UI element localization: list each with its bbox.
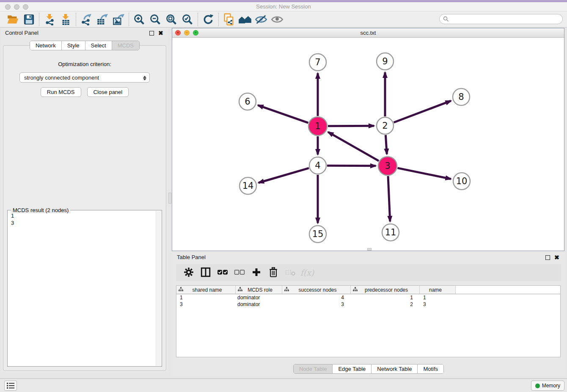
node-3[interactable]: 3 <box>378 157 397 175</box>
edge-3-10[interactable] <box>398 168 451 179</box>
edge-1-6[interactable] <box>258 105 308 123</box>
zoom-selected-button[interactable] <box>179 13 195 26</box>
task-history-button[interactable] <box>4 381 17 391</box>
node-11[interactable]: 11 <box>382 224 399 241</box>
tab-style[interactable]: Style <box>62 41 85 50</box>
node-9[interactable]: 9 <box>377 53 394 70</box>
zoom-fit-button[interactable] <box>163 13 179 26</box>
node-15[interactable]: 15 <box>309 226 326 243</box>
run-mcds-button[interactable]: Run MCDS <box>41 87 81 97</box>
cell-predecessor-nodes: 2 <box>351 301 420 308</box>
node-label: 14 <box>242 181 254 191</box>
table-row[interactable]: 3dominator323 <box>176 301 560 308</box>
export-network-icon <box>80 14 93 25</box>
node-2[interactable]: 2 <box>377 117 394 134</box>
column-header-successor-nodes[interactable]: successor nodes <box>282 286 351 294</box>
node-table[interactable]: shared nameMCDS rolesuccessor nodesprede… <box>176 285 561 357</box>
float-table-panel-icon[interactable] <box>545 255 550 260</box>
first-neighbors-button[interactable] <box>237 13 253 26</box>
column-header-name[interactable]: name <box>420 286 456 294</box>
save-session-button[interactable] <box>21 13 37 26</box>
node-4[interactable]: 4 <box>309 157 326 174</box>
table-panel: Table Panel ✖ f(x) shared nameMCDS roles… <box>172 252 565 376</box>
tab-edge-table[interactable]: Edge Table <box>333 364 372 373</box>
criterion-value: strongly connected component <box>24 75 99 81</box>
toolbar-group <box>198 13 218 26</box>
column-header-MCDS-role[interactable]: MCDS role <box>236 286 282 294</box>
column-header-shared-name[interactable]: shared name <box>176 286 236 294</box>
network-window-titlebar[interactable]: × − + scc.txt <box>172 28 564 38</box>
export-image-button[interactable] <box>110 13 127 26</box>
result-line: 3 <box>11 219 158 226</box>
add-entry-button[interactable] <box>249 265 264 280</box>
table-row[interactable]: 1dominator411 <box>176 294 560 301</box>
search-box[interactable] <box>439 14 563 24</box>
refresh-view-button[interactable] <box>200 13 216 26</box>
split-columns-button[interactable] <box>198 265 213 280</box>
cell-name: 1 <box>420 294 456 301</box>
edge-3-1[interactable] <box>328 132 379 161</box>
open-file-button[interactable] <box>5 13 21 26</box>
gear-button[interactable] <box>181 265 196 280</box>
control-panel-title: Control Panel <box>5 30 39 36</box>
zoom-in-button[interactable] <box>131 13 147 26</box>
select-all-checks-icon <box>217 268 228 278</box>
first-neighbors-icon <box>238 14 252 25</box>
export-table-button[interactable] <box>94 13 110 26</box>
edge-2-8[interactable] <box>394 101 451 122</box>
tab-select[interactable]: Select <box>85 41 112 50</box>
search-input[interactable] <box>449 16 562 22</box>
edge-1-2[interactable] <box>328 126 374 126</box>
delete-column-icon <box>285 268 296 278</box>
import-network-button[interactable] <box>41 13 58 26</box>
node-10[interactable]: 10 <box>453 173 470 190</box>
edge-4-14[interactable] <box>259 168 309 183</box>
export-network-button[interactable] <box>78 13 94 26</box>
show-all-button[interactable] <box>269 13 285 26</box>
delete-entry-button[interactable] <box>266 265 281 280</box>
show-all-icon <box>271 14 284 25</box>
deselect-checks-button[interactable] <box>232 265 247 280</box>
close-panel-button[interactable]: Close panel <box>87 87 129 97</box>
tab-network[interactable]: Network <box>30 41 62 50</box>
edge-2-3[interactable] <box>385 135 387 154</box>
tab-node-table[interactable]: Node Table <box>294 364 333 373</box>
node-label: 1 <box>315 121 320 131</box>
zoom-in-icon <box>133 14 145 25</box>
split-columns-icon <box>200 267 211 279</box>
sort-icon <box>236 287 242 293</box>
close-table-panel-icon[interactable]: ✖ <box>554 254 560 260</box>
export-table-icon <box>96 14 109 25</box>
mcds-result-box: MCDS result (2 nodes) 13 <box>7 210 162 367</box>
tab-network-table[interactable]: Network Table <box>372 364 418 373</box>
import-table-button[interactable] <box>58 13 74 26</box>
node-14[interactable]: 14 <box>239 177 256 194</box>
network-canvas[interactable]: 7968124314101511 <box>172 38 564 251</box>
edge-4-3[interactable] <box>327 166 376 166</box>
new-network-from-selection-button[interactable] <box>221 13 237 26</box>
node-label: 3 <box>385 161 390 171</box>
memory-button[interactable]: Memory <box>531 381 564 391</box>
criterion-dropdown[interactable]: strongly connected component <box>19 72 150 83</box>
delete-entry-icon <box>268 267 278 279</box>
column-header-predecessor-nodes[interactable]: predecessor nodes <box>351 286 420 294</box>
panel-splitter-handle[interactable] <box>168 193 171 204</box>
node-1[interactable]: 1 <box>308 117 327 135</box>
select-all-checks-button[interactable] <box>215 265 230 280</box>
cell-MCDS-role: dominator <box>236 301 282 308</box>
hide-selection-button[interactable] <box>253 13 269 26</box>
float-panel-icon[interactable] <box>149 31 154 36</box>
tab-mcds[interactable]: MCDS <box>112 41 139 50</box>
edge-3-11[interactable] <box>388 176 390 221</box>
close-panel-icon[interactable]: ✖ <box>158 30 164 36</box>
tab-motifs[interactable]: Motifs <box>418 364 443 373</box>
node-7[interactable]: 7 <box>309 54 326 71</box>
node-6[interactable]: 6 <box>239 93 256 110</box>
result-scrollbar[interactable] <box>156 211 161 366</box>
header-filler <box>456 286 560 294</box>
window-resize-handle[interactable] <box>367 248 372 251</box>
cell-successor-nodes: 4 <box>282 294 351 301</box>
node-8[interactable]: 8 <box>453 88 470 105</box>
cell-MCDS-role: dominator <box>236 294 282 301</box>
zoom-out-button[interactable] <box>147 13 163 26</box>
